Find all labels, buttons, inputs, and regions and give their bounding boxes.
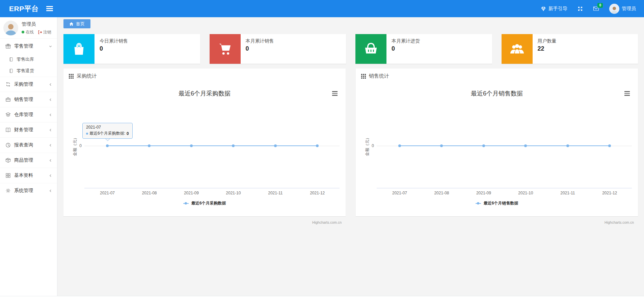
- user-name: 管理员: [622, 6, 636, 12]
- user-menu[interactable]: 管理员: [609, 4, 636, 14]
- panel-header: 采购统计: [63, 69, 346, 79]
- stat-card-month-purchase: 本月累计进货 0: [355, 34, 492, 64]
- x-axis-tick: 2021-10: [226, 191, 241, 195]
- sidebar-item-retail-outbound[interactable]: 零售出库: [0, 54, 57, 65]
- layers-icon: [5, 112, 11, 117]
- book-icon: [5, 127, 11, 133]
- x-axis-tick: 2021-09: [184, 191, 199, 195]
- sidebar-item-label: 零售退货: [17, 68, 34, 74]
- expand-arrows-icon: [578, 6, 583, 11]
- sidebar-item-label: 采购管理: [14, 81, 33, 87]
- data-point[interactable]: [398, 144, 401, 147]
- sidebar-item-reports[interactable]: 报表查询: [0, 137, 57, 153]
- th-grid-icon: [69, 74, 74, 79]
- chart-panels: 采购统计 最近6个月采购数据 0 金额（元）: [63, 69, 638, 216]
- logout-button[interactable]: 注销: [38, 29, 51, 35]
- data-point[interactable]: [524, 144, 527, 147]
- sidebar-item-label: 商品管理: [14, 157, 33, 163]
- x-axis-tick: 2021-09: [476, 191, 491, 195]
- x-axis-tick: 2021-12: [310, 191, 325, 195]
- footer-bar: [0, 296, 644, 300]
- avatar: [3, 21, 18, 35]
- x-axis-line: [377, 188, 632, 188]
- purchase-chart: 最近6个月采购数据 0 金额（元） 2021-07: [63, 82, 346, 216]
- series-line: [400, 145, 610, 146]
- stat-card-title: 用户数量: [538, 38, 557, 44]
- chevron-left-icon: [49, 159, 52, 162]
- sidebar-menu: 零售管理 零售出库: [0, 38, 57, 198]
- data-point[interactable]: [566, 144, 569, 147]
- data-point[interactable]: [190, 144, 193, 147]
- sidebar-item-label: 零售管理: [14, 43, 33, 49]
- chart-credits[interactable]: Highcharts.com.cn: [312, 220, 342, 224]
- data-point[interactable]: [316, 144, 319, 147]
- legend-item[interactable]: 最近6个月采购数据: [63, 200, 346, 206]
- chevron-down-icon: [49, 45, 52, 48]
- grid-icon: [5, 173, 11, 178]
- data-point[interactable]: [608, 144, 611, 147]
- sidebar-item-retail-return[interactable]: 零售退货: [0, 65, 57, 77]
- x-axis-tick: 2021-08: [142, 191, 157, 195]
- fullscreen-button[interactable]: [578, 6, 583, 11]
- sidebar-item-label: 财务管理: [14, 127, 33, 133]
- briefcase-icon: [5, 97, 11, 102]
- gem-icon: [541, 6, 546, 11]
- y-axis-label: 金额（元）: [72, 136, 78, 156]
- sidebar-item-system[interactable]: 系统管理: [0, 183, 57, 198]
- legend-marker-icon: [183, 203, 189, 204]
- avatar: [609, 4, 619, 14]
- sidebar-item-basic-data[interactable]: 基本资料: [0, 168, 57, 183]
- stat-cards: 今日累计销售 0 本月累计销售 0: [63, 34, 638, 64]
- messages-button[interactable]: 0: [593, 6, 599, 11]
- data-point[interactable]: [440, 144, 443, 147]
- x-axis-tick: 2021-07: [100, 191, 115, 195]
- navbar-actions: 新手引导 0: [541, 4, 644, 14]
- app-logo: ERP平台: [0, 4, 39, 13]
- series-line: [107, 145, 317, 146]
- repeat-icon: [5, 82, 11, 87]
- sidebar: 管理员 在线 注销: [0, 17, 57, 296]
- data-point[interactable]: [274, 144, 277, 147]
- legend-item[interactable]: 最近6个月销售数据: [356, 200, 638, 206]
- sidebar-item-goods[interactable]: 商品管理: [0, 153, 57, 168]
- stat-card-value: 22: [538, 45, 557, 52]
- tooltip-series-label: 最近6个月采购数据:: [89, 131, 125, 136]
- sidebar-item-label: 系统管理: [14, 188, 33, 194]
- tab-home[interactable]: 首页: [63, 19, 90, 28]
- data-point[interactable]: [106, 144, 109, 147]
- panel-title: 销售统计: [369, 73, 389, 79]
- stat-card-value: 0: [100, 45, 128, 52]
- sales-chart-panel: 销售统计 最近6个月销售数据 0 金额（元）: [356, 69, 638, 216]
- sidebar-item-finance[interactable]: 财务管理: [0, 122, 57, 137]
- stat-card-month-sales: 本月累计销售 0: [210, 34, 346, 64]
- data-point[interactable]: [482, 144, 485, 147]
- mail-count-badge: 0: [597, 3, 603, 8]
- sidebar-toggle-icon[interactable]: [46, 5, 53, 12]
- sidebar-item-sales[interactable]: 销售管理: [0, 92, 57, 107]
- plot-area: 2021-07 2021-08 2021-09 2021-10 2021-11 …: [377, 82, 632, 216]
- purchase-chart-panel: 采购统计 最近6个月采购数据 0 金额（元）: [63, 69, 346, 216]
- guide-button[interactable]: 新手引导: [541, 6, 567, 12]
- document-icon: [9, 69, 14, 73]
- chevron-left-icon: [49, 98, 52, 102]
- shopping-cart-icon: [210, 34, 241, 64]
- tooltip-value: 0: [127, 131, 129, 136]
- sidebar-item-label: 报表查询: [14, 142, 33, 148]
- document-icon: [9, 57, 14, 62]
- sidebar-item-purchase[interactable]: 采购管理: [0, 77, 57, 92]
- x-axis-tick: 2021-08: [434, 191, 449, 195]
- sidebar-item-label: 基本资料: [14, 172, 33, 179]
- chevron-left-icon: [49, 189, 52, 193]
- users-icon: [502, 34, 533, 64]
- stat-card-value: 0: [392, 45, 420, 52]
- data-point[interactable]: [148, 144, 151, 147]
- sidebar-user-panel: 管理员 在线 注销: [0, 17, 57, 38]
- sidebar-item-retail[interactable]: 零售管理: [0, 38, 57, 54]
- stat-card-title: 本月累计销售: [246, 38, 274, 44]
- chart-credits[interactable]: Highcharts.com.cn: [605, 220, 634, 224]
- data-point[interactable]: [232, 144, 235, 147]
- x-axis-tick: 2021-12: [602, 191, 617, 195]
- sidebar-user-name: 管理员: [22, 21, 51, 27]
- x-axis-tick: 2021-10: [518, 191, 533, 195]
- sidebar-item-warehouse[interactable]: 仓库管理: [0, 107, 57, 122]
